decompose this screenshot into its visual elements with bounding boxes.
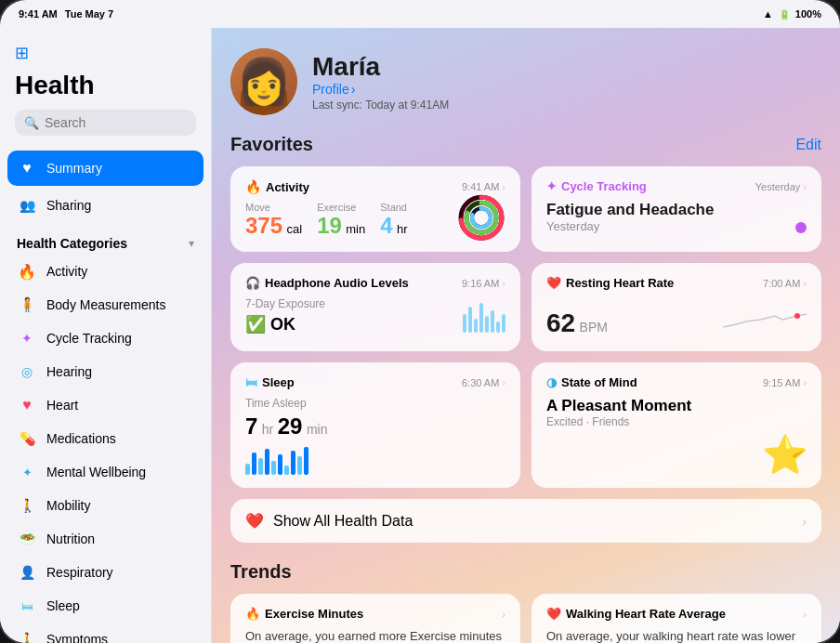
main-content: María Profile › Last sync: Today at 9:41… — [212, 28, 840, 643]
profile-section: María Profile › Last sync: Today at 9:41… — [230, 43, 821, 115]
headphone-card-title: 🎧 Headphone Audio Levels — [245, 276, 409, 290]
show-all-health-data[interactable]: ❤️ Show All Health Data › — [230, 499, 821, 543]
exercise-trend-icon: 🔥 — [245, 607, 260, 621]
trends-title: Trends — [230, 561, 292, 583]
battery-icon: 🔋 — [779, 9, 790, 20]
status-bar: 9:41 AM Tue May 7 ▲ 🔋 100% — [0, 0, 840, 28]
sidebar-item-symptoms[interactable]: 🚶 Symptoms — [0, 623, 211, 643]
mind-card-time: 9:15 AM › — [763, 377, 807, 388]
walking-hr-trend-card[interactable]: ❤️ Walking Heart Rate Average › On avera… — [532, 594, 821, 643]
cycle-sub: Yesterday — [546, 219, 807, 233]
show-all-heart-icon: ❤️ — [245, 512, 264, 530]
activity-rings — [457, 193, 505, 245]
exercise-label: Exercise — [317, 202, 365, 213]
chevron-down-icon[interactable]: ▾ — [189, 237, 194, 250]
mental-wellbeing-icon: ✦ — [17, 462, 37, 482]
mobility-icon: 🚶 — [17, 495, 37, 516]
walking-hr-desc: On average, your walking heart rate was … — [546, 628, 807, 643]
activity-icon: 🔥 — [17, 261, 37, 282]
search-bar[interactable]: 🔍 🎤 — [15, 110, 196, 136]
sidebar-item-hearing[interactable]: ◎ Hearing — [0, 355, 211, 388]
profile-link[interactable]: Profile › — [312, 82, 449, 97]
star-icon: ⭐ — [762, 433, 808, 477]
ok-status: OK — [270, 315, 295, 335]
respiratory-label: Respiratory — [46, 565, 113, 580]
stand-label: Stand — [380, 202, 407, 213]
exposure-label: 7-Day Exposure — [245, 297, 325, 310]
activity-card-time: 9:41 AM › — [462, 181, 505, 192]
svg-point-6 — [794, 313, 800, 319]
edit-button[interactable]: Edit — [795, 137, 821, 153]
heart-rate-card[interactable]: ❤️ Resting Heart Rate 7:00 AM › 62 — [532, 263, 821, 351]
chevron-right-icon: › — [803, 278, 807, 289]
trends-grid: 🔥 Exercise Minutes › On average, you ear… — [230, 594, 821, 643]
mind-sub: Excited · Friends — [546, 415, 807, 428]
sidebar-item-heart[interactable]: ♥ Heart — [0, 388, 211, 422]
category-list: 🔥 Activity 🧍 Body Measurements ✦ Cycle T… — [0, 255, 211, 643]
sharing-icon: 👥 — [17, 195, 37, 216]
sidebar-item-mobility[interactable]: 🚶 Mobility — [0, 489, 211, 522]
sidebar-item-sleep[interactable]: 🛏 Sleep — [0, 589, 211, 623]
sidebar-item-medications[interactable]: 💊 Medications — [0, 422, 211, 455]
cycle-tracking-icon: ✦ — [17, 328, 37, 348]
summary-label: Summary — [46, 161, 102, 176]
sidebar-item-nutrition[interactable]: 🥗 Nutrition — [0, 522, 211, 556]
sleep-label-text: Time Asleep — [245, 397, 505, 410]
sidebar-item-sharing[interactable]: 👥 Sharing — [7, 188, 203, 223]
body-measurements-icon: 🧍 — [17, 295, 37, 315]
walking-hr-chevron: › — [803, 609, 807, 620]
heart-rate-time: 7:00 AM › — [763, 278, 807, 289]
sleep-icon: 🛏 — [17, 596, 37, 616]
sidebar-item-body-measurements[interactable]: 🧍 Body Measurements — [0, 288, 211, 322]
sidebar: ⊞ Health 🔍 🎤 ♥ Summary 👥 Sharing — [0, 28, 212, 643]
health-categories-title: Health Categories — [17, 236, 127, 251]
sleep-card-icon: 🛏 — [245, 375, 257, 389]
trends-header: Trends — [230, 561, 821, 583]
mind-event: A Pleasant Moment — [546, 397, 807, 415]
headphone-content: 7-Day Exposure ✅ OK — [245, 297, 505, 335]
cycle-tracking-card[interactable]: ✦ Cycle Tracking Yesterday › Fatigue and… — [532, 166, 821, 252]
sidebar-toggle-icon[interactable]: ⊞ — [15, 43, 29, 63]
walking-hr-icon: ❤️ — [546, 607, 561, 621]
favorites-grid: 🔥 Activity 9:41 AM › Move — [230, 166, 821, 488]
exercise-unit: min — [346, 222, 365, 236]
state-of-mind-card[interactable]: ◑ State of Mind 9:15 AM › A Pleasant Mom… — [532, 362, 821, 488]
cycle-event: Fatigue and Headache — [546, 201, 807, 219]
sidebar-item-summary[interactable]: ♥ Summary — [7, 151, 203, 186]
body-measurements-label: Body Measurements — [46, 297, 165, 312]
sidebar-item-respiratory[interactable]: 👤 Respiratory — [0, 556, 211, 589]
sidebar-item-cycle-tracking[interactable]: ✦ Cycle Tracking — [0, 322, 211, 355]
search-input[interactable] — [45, 115, 207, 130]
cycle-tracking-label: Cycle Tracking — [46, 331, 132, 346]
exercise-trend-card[interactable]: 🔥 Exercise Minutes › On average, you ear… — [230, 594, 520, 643]
sleep-time-display: 7 hr 29 min — [245, 413, 505, 440]
summary-icon: ♥ — [17, 158, 37, 178]
audio-level-bars — [463, 299, 505, 333]
mobility-label: Mobility — [46, 498, 90, 513]
walking-hr-title: ❤️ Walking Heart Rate Average — [546, 607, 726, 621]
heart-icon: ♥ — [17, 395, 37, 415]
chevron-right-icon: › — [502, 278, 505, 289]
profile-sync: Last sync: Today at 9:41AM — [312, 98, 449, 112]
hearing-icon: ◎ — [17, 361, 37, 382]
sleep-bars — [245, 445, 505, 475]
headphone-card[interactable]: 🎧 Headphone Audio Levels 9:16 AM › 7-Day… — [230, 263, 520, 351]
sleep-card[interactable]: 🛏 Sleep 6:30 AM › Time Asleep 7 hr — [230, 362, 520, 488]
exercise-trend-chevron: › — [502, 609, 505, 620]
battery-percent: 100% — [795, 8, 821, 20]
mental-wellbeing-label: Mental Wellbeing — [46, 465, 146, 479]
activity-label: Activity — [46, 264, 87, 279]
stand-value: 4 — [380, 213, 392, 238]
move-value: 375 — [245, 213, 282, 238]
respiratory-icon: 👤 — [17, 562, 37, 583]
sleep-hours-unit: hr — [262, 422, 273, 437]
sidebar-item-mental-wellbeing[interactable]: ✦ Mental Wellbeing — [0, 455, 211, 489]
heart-rate-icon: ❤️ — [546, 276, 561, 290]
cycle-card-title: ✦ Cycle Tracking — [546, 179, 647, 193]
stand-unit: hr — [397, 222, 408, 236]
sidebar-item-activity[interactable]: 🔥 Activity — [0, 255, 211, 288]
health-categories-header: Health Categories ▾ — [0, 229, 211, 255]
activity-card[interactable]: 🔥 Activity 9:41 AM › Move — [230, 166, 520, 252]
sleep-mins-unit: min — [307, 422, 328, 437]
sleep-hours: 7 — [245, 413, 257, 439]
